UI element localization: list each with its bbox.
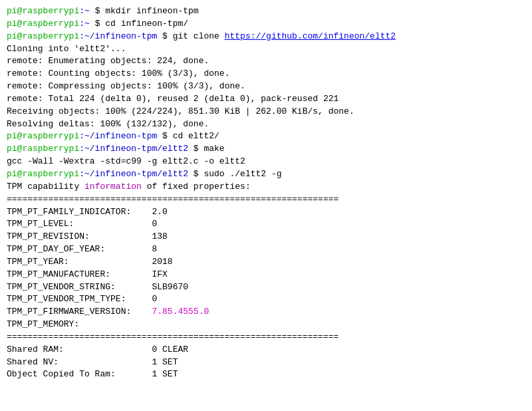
tpm-header-highlight: information	[84, 182, 142, 192]
tpm-row-key: TPM_PT_VENDOR_TPM_TYPE:	[7, 294, 152, 304]
terminal-line: pi@raspberrypi:~/infineon-tpm $ git clon…	[7, 31, 525, 43]
tpm-row-value: 138	[152, 231, 167, 241]
tpm-row-value: 0	[152, 294, 157, 304]
tpm-row-key: TPM_PT_LEVEL:	[7, 219, 152, 229]
output-line: Receiving objects: 100% (224/224), 851.3…	[7, 106, 525, 118]
cmd-text: sudo ./eltt2 -g	[203, 169, 281, 179]
tpm-row-key: Object Copied To Ram:	[7, 369, 152, 379]
output-line: remote: Counting objects: 100% (3/3), do…	[7, 68, 525, 80]
tpm-header-after: of fixed properties:	[142, 182, 251, 192]
terminal-line: pi@raspberrypi:~ $ cd infineon-tpm/	[7, 18, 525, 31]
tpm-data-row: TPM_PT_VENDOR_STRING: SLB9670	[7, 281, 525, 294]
tpm-row-value: 7.85.4555.0	[152, 307, 209, 317]
tpm-header: TPM capability information of fixed prop…	[7, 181, 525, 194]
prompt-user: pi@raspberrypi	[7, 131, 79, 141]
tpm-data-row: Shared NV: 1 SET	[7, 356, 525, 369]
output-line: Resolving deltas: 100% (132/132), done.	[7, 118, 525, 131]
terminal-line: pi@raspberrypi:~/infineon-tpm $ cd eltt2…	[7, 130, 525, 143]
tpm-row-key: TPM_PT_REVISION:	[7, 231, 152, 241]
tpm-data-row: Shared RAM: 0 CLEAR	[7, 344, 525, 356]
tpm-data-row: TPM_PT_MANUFACTURER: IFX	[7, 269, 525, 281]
output-line: TPM_PT_MEMORY:	[7, 319, 525, 331]
prompt-user: pi@raspberrypi	[7, 169, 79, 179]
cmd-text: make	[203, 144, 224, 154]
prompt-path: :~/infineon-tpm	[79, 31, 162, 41]
tpm-data-row: TPM_PT_FIRMWARE_VERSION: 7.85.4555.0	[7, 306, 525, 319]
tpm-row-key: Shared NV:	[7, 357, 152, 367]
tpm-data-row: Object Copied To Ram: 1 SET	[7, 368, 525, 381]
tpm-data-row: TPM_PT_FAMILY_INDICATOR: 2.0	[7, 206, 525, 219]
tpm-row-value: 1 SET	[152, 369, 178, 379]
prompt-user: pi@raspberrypi	[7, 19, 79, 29]
prompt-dollar: $	[194, 144, 204, 154]
output-line: Cloning into 'eltt2'...	[7, 43, 525, 56]
terminal-line: pi@raspberrypi:~/infineon-tpm/eltt2 $ ma…	[7, 143, 525, 156]
tpm-data-row: TPM_PT_YEAR: 2018	[7, 256, 525, 269]
tpm-header-before: TPM capability	[7, 182, 84, 192]
tpm-data-row: TPM_PT_REVISION: 138	[7, 231, 525, 243]
separator-line: ========================================…	[7, 194, 525, 206]
tpm-row-value: SLB9670	[152, 282, 188, 292]
tpm-row-value: 8	[152, 244, 157, 254]
cmd-text: cd infineon-tpm/	[105, 19, 188, 29]
tpm-row-key: TPM_PT_DAY_OF_YEAR:	[7, 244, 152, 254]
tpm-row-key: TPM_PT_MANUFACTURER:	[7, 269, 152, 279]
prompt-path: :~/infineon-tpm/eltt2	[79, 169, 194, 179]
tpm-row-value: 0 CLEAR	[152, 344, 188, 354]
cmd-text: cd eltt2/	[173, 131, 219, 141]
tpm-row-key: TPM_PT_FIRMWARE_VERSION:	[7, 307, 152, 317]
prompt-user: pi@raspberrypi	[7, 6, 79, 16]
output-line: remote: Enumerating objects: 224, done.	[7, 55, 525, 68]
prompt-dollar: $	[194, 169, 204, 179]
tpm-row-value: 2.0	[152, 207, 167, 217]
prompt-path: :~/infineon-tpm	[79, 131, 162, 141]
prompt-path: :~/infineon-tpm/eltt2	[79, 144, 194, 154]
cmd-text: git clone	[173, 31, 225, 41]
terminal-output: pi@raspberrypi:~ $ mkdir infineon-tpmpi@…	[7, 5, 525, 381]
tpm-row-key: TPM_PT_VENDOR_STRING:	[7, 282, 152, 292]
prompt-path: :~	[79, 19, 94, 29]
tpm-row-value: 0	[152, 219, 157, 229]
tpm-row-value: 1 SET	[152, 357, 178, 367]
tpm-data-row: TPM_PT_LEVEL: 0	[7, 218, 525, 231]
terminal-line: pi@raspberrypi:~ $ mkdir infineon-tpm	[7, 5, 525, 18]
separator-line: ========================================…	[7, 331, 525, 344]
tpm-row-key: Shared RAM:	[7, 344, 152, 354]
prompt-dollar: $	[95, 6, 106, 16]
tpm-row-key: TPM_PT_YEAR:	[7, 257, 152, 267]
prompt-dollar: $	[162, 31, 173, 41]
tpm-data-row: TPM_PT_VENDOR_TPM_TYPE: 0	[7, 293, 525, 306]
output-line: remote: Compressing objects: 100% (3/3),…	[7, 80, 525, 93]
prompt-path: :~	[79, 6, 94, 16]
prompt-user: pi@raspberrypi	[7, 31, 79, 41]
prompt-user: pi@raspberrypi	[7, 144, 79, 154]
prompt-dollar: $	[162, 131, 173, 141]
tpm-row-value: 2018	[152, 257, 172, 267]
terminal-line: pi@raspberrypi:~/infineon-tpm/eltt2 $ su…	[7, 168, 525, 181]
prompt-dollar: $	[95, 19, 106, 29]
tpm-data-row: TPM_PT_DAY_OF_YEAR: 8	[7, 243, 525, 256]
link-text[interactable]: https://github.com/infineon/eltt2	[225, 31, 396, 41]
output-line: gcc -Wall -Wextra -std=c99 -g eltt2.c -o…	[7, 156, 525, 168]
output-line: remote: Total 224 (delta 0), reused 2 (d…	[7, 93, 525, 106]
cmd-text: mkdir infineon-tpm	[105, 6, 198, 16]
tpm-row-key: TPM_PT_FAMILY_INDICATOR:	[7, 207, 152, 217]
tpm-row-value: IFX	[152, 269, 167, 279]
